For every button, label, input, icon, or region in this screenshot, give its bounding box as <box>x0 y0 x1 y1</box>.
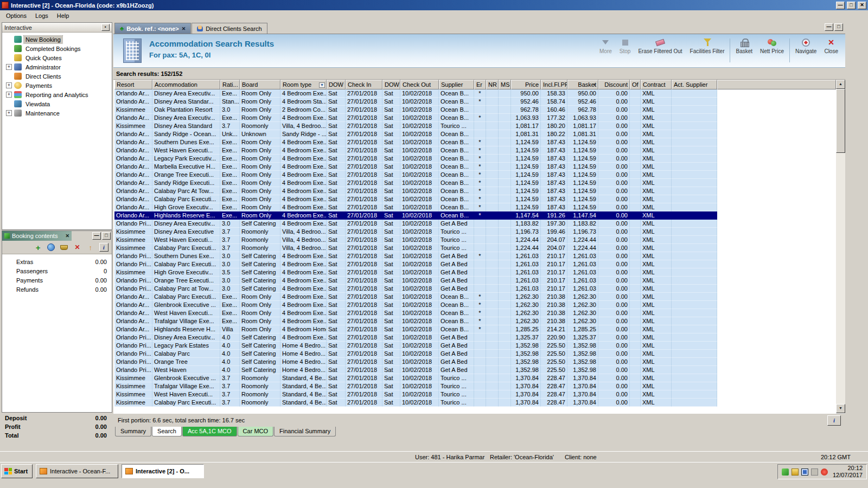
stop-button[interactable]: Stop <box>616 36 635 55</box>
tree-item[interactable]: + Administrator <box>2 62 112 72</box>
start-button[interactable]: Start <box>1 464 33 478</box>
task-button[interactable]: Interactive [2] - O... <box>122 464 204 478</box>
minimize-button[interactable]: — <box>836 2 845 9</box>
column-header[interactable]: Check In ▼ <box>346 80 382 89</box>
tree-item[interactable]: Viewdata <box>2 99 112 108</box>
table-row[interactable]: Orlando Ar... Calabay Parc At Tow... Exe… <box>114 187 717 195</box>
table-row[interactable]: Kissimmee Glenbrook Executive ... 3.7 Ro… <box>114 374 717 382</box>
column-header[interactable]: Resort ▼ <box>114 80 152 89</box>
table-row[interactable]: Orlando Pri... Calabay Parc at Tow... 3.… <box>114 285 717 293</box>
menu-item[interactable]: Help <box>53 11 74 20</box>
table-row[interactable]: Kissimmee Disney Area Standard 3.7 Roomo… <box>114 122 717 130</box>
column-header[interactable]: Price ▼ <box>511 80 541 89</box>
availability-button[interactable] <box>47 243 55 252</box>
export-button[interactable]: ↑ <box>86 243 95 252</box>
scroll-down-button[interactable]: ▼ <box>836 404 845 413</box>
tab-search[interactable]: Search <box>152 427 182 436</box>
table-row[interactable]: Orlando Pri... Disney Area Executiv... 4… <box>114 333 717 342</box>
tray-mail-icon[interactable] <box>792 468 799 476</box>
tray-volume-icon[interactable] <box>811 468 818 476</box>
tree-item[interactable]: + Reporting and Analytics <box>2 90 112 99</box>
column-header[interactable]: DOW ▼ <box>382 80 400 89</box>
tab-booking-ref[interactable]: ♣ Book. ref.: <none> ✕ <box>114 23 191 34</box>
column-header[interactable]: Basket ▼ <box>567 80 598 89</box>
scroll-thumb[interactable] <box>836 89 845 153</box>
tree-expander-icon[interactable]: + <box>6 82 12 88</box>
tray-red-icon[interactable] <box>821 468 828 476</box>
table-row[interactable]: Orlando Ar... Calabay Parc Executi... Ex… <box>114 293 717 301</box>
move-to-basket-button[interactable] <box>60 243 68 252</box>
column-header[interactable]: Board ▼ <box>240 80 280 89</box>
column-header[interactable]: NR ▼ <box>486 80 499 89</box>
table-row[interactable]: Orlando Pri... Calabay Parc 4.0 Self Cat… <box>114 350 717 358</box>
table-row[interactable]: Orlando Pri... Orange Tree 4.0 Self Cate… <box>114 358 717 366</box>
tree-item[interactable]: Completed Bookings <box>2 44 112 53</box>
panel-maximize-button[interactable]: □ <box>102 232 111 240</box>
table-row[interactable]: Orlando Ar... Highlands Reserve E... Exe… <box>114 211 717 220</box>
tab-financial-summary[interactable]: Financial Summary <box>274 427 336 436</box>
table-row[interactable]: Kissimmee High Grove Executiv... 3.5 Sel… <box>114 268 717 277</box>
tab-close-icon[interactable]: ✕ <box>182 26 186 31</box>
column-header-icon[interactable]: ▼ <box>319 82 325 88</box>
column-header[interactable]: Supplier ▼ <box>439 80 474 89</box>
column-header[interactable]: Room type ▼ <box>280 80 327 89</box>
column-header-icon[interactable]: ▼ <box>592 83 597 87</box>
table-row[interactable]: Kissimmee Oak Plantation Resort 3.0 Room… <box>114 106 717 114</box>
tab-summary[interactable]: Summary <box>115 427 151 436</box>
facilities-filter-button[interactable]: Facilities Filter <box>686 36 729 55</box>
table-row[interactable]: Kissimmee Calabay Parc Executi... 3.7 Ro… <box>114 399 717 407</box>
column-header[interactable]: Discount ▼ <box>598 80 630 89</box>
table-row[interactable]: Orlando Pri... West Haven 4.0 Self Cater… <box>114 366 717 374</box>
table-row[interactable]: Orlando Ar... Marbella Executive H... Ex… <box>114 163 717 171</box>
tab-acc-mco[interactable]: Acc 5A,1C MCO <box>182 427 237 436</box>
table-row[interactable]: Orlando Ar... West Haven Executi... Exe.… <box>114 309 717 317</box>
scroll-up-button[interactable]: ▲ <box>836 80 845 89</box>
booking-info-button[interactable]: i <box>99 243 108 252</box>
booking-panel-close-icon[interactable]: ✕ <box>65 233 69 239</box>
close-search-button[interactable]: ✕ Close <box>820 36 842 55</box>
column-header[interactable]: Rati... ▼ <box>220 80 240 89</box>
table-row[interactable]: Orlando Pri... Legacy Park Estates 4.0 S… <box>114 342 717 350</box>
table-row[interactable]: Kissimmee Disney Area Executive 3.7 Room… <box>114 228 717 236</box>
tree-item[interactable]: Direct Clients <box>2 72 112 81</box>
table-row[interactable]: Orlando Ar... Disney Area Standar... Sta… <box>114 98 717 106</box>
task-button[interactable]: Interactive - Ocean-F... <box>36 464 118 478</box>
panel-minimize-button[interactable]: — <box>92 232 101 240</box>
table-row[interactable]: Orlando Ar... Sandy Ridge Executi... Exe… <box>114 179 717 187</box>
menu-item[interactable]: Options <box>2 11 31 20</box>
table-row[interactable]: Orlando Ar... Orange Tree Executi... Exe… <box>114 171 717 179</box>
table-row[interactable]: Orlando Ar... Disney Area Executiv... Ex… <box>114 114 717 122</box>
table-row[interactable]: Kissimmee Trafalgar Village Exe... 3.7 R… <box>114 382 717 390</box>
tray-green-icon[interactable] <box>782 468 789 476</box>
tree-item[interactable]: New Booking <box>2 35 112 44</box>
table-row[interactable]: Kissimmee West Haven Executi... 3.7 Room… <box>114 390 717 399</box>
collapse-panel-button[interactable]: ▪ <box>101 24 110 31</box>
tab-direct-clients-search[interactable]: Direct Clients Search <box>192 23 267 34</box>
tree-item[interactable]: + Maintenance <box>2 108 112 118</box>
grid-scrollbar[interactable]: ▲ ▼ <box>836 80 845 413</box>
table-row[interactable]: Orlando Ar... West Haven Executi... Exe.… <box>114 146 717 155</box>
table-row[interactable]: Orlando Ar... Southern Dunes Exe... Exe.… <box>114 138 717 146</box>
table-row[interactable]: Orlando Ar... High Grove Executiv... Exe… <box>114 203 717 211</box>
table-row[interactable]: Orlando Ar... Sandy Ridge - Ocean... Unk… <box>114 130 717 138</box>
menu-item[interactable]: Logs <box>31 11 53 20</box>
tree-item[interactable]: + Payments <box>2 81 112 90</box>
tree-item[interactable]: Quick Quotes <box>2 53 112 62</box>
column-header[interactable]: Contract ▼ <box>641 80 672 89</box>
add-item-button[interactable]: + <box>34 243 42 252</box>
table-row[interactable]: Orlando Ar... Legacy Park Executiv... Ex… <box>114 155 717 163</box>
table-row[interactable]: Orlando Pri... Orange Tree Executi... 3.… <box>114 277 717 285</box>
basket-button[interactable]: Basket <box>732 36 756 55</box>
table-row[interactable]: Kissimmee Calabay Parc Executi... 3.7 Ro… <box>114 244 717 252</box>
tray-display-icon[interactable] <box>801 468 808 476</box>
tree-expander-icon[interactable]: + <box>6 110 12 116</box>
tree-expander-icon[interactable]: + <box>6 64 12 70</box>
column-header[interactable]: Incl.Fl.PP ▼ <box>541 80 567 89</box>
table-row[interactable]: Orlando Ar... Trafalgar Village Exe... E… <box>114 317 717 325</box>
column-header[interactable]: MS ▼ <box>499 80 511 89</box>
column-header[interactable]: Of ▼ <box>630 80 641 89</box>
table-row[interactable]: Orlando Pri... Calabay Parc Executi... 3… <box>114 260 717 268</box>
column-header[interactable]: Accommodation ▼ <box>152 80 220 89</box>
table-row[interactable]: Orlando Pri... Disney Area Executiv... 3… <box>114 220 717 228</box>
table-row[interactable]: Orlando Ar... Glenbrook Executive ... Ex… <box>114 301 717 309</box>
